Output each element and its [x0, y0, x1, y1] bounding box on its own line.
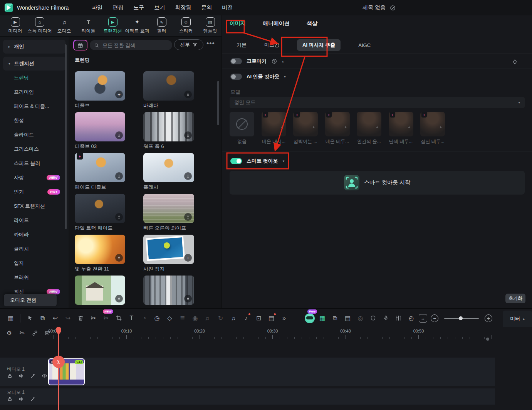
- ai-copilot-icon[interactable]: Free: [304, 313, 315, 323]
- transition-item[interactable]: 워프 줌 6: [143, 112, 194, 148]
- audio-ducking-icon[interactable]: ♬: [203, 313, 213, 323]
- crop-icon[interactable]: [114, 313, 124, 323]
- sidebar-group-personal[interactable]: ▸개인: [3, 40, 65, 54]
- reset-button[interactable]: 초기화: [505, 294, 525, 303]
- menu-보기[interactable]: 보기: [154, 4, 165, 11]
- add-icon[interactable]: +: [184, 254, 192, 262]
- ai-smart-edit-icon[interactable]: ▤: [266, 313, 277, 323]
- preset-점선 테두...[interactable]: ♦점선 테두...: [420, 112, 445, 145]
- store-button[interactable]: [73, 40, 87, 50]
- media-tab-effects[interactable]: ✦이펙트 효과: [126, 17, 149, 34]
- download-icon[interactable]: [115, 295, 123, 302]
- media-tab-filters[interactable]: ∿필터: [150, 17, 173, 34]
- transition-item[interactable]: ♦페이드 디졸브: [75, 153, 125, 189]
- sidebar-item-사랑[interactable]: 사랑NEW: [0, 170, 69, 185]
- chroma-key-toggle[interactable]: [230, 58, 242, 64]
- subtab-AI 피사체 추출[interactable]: AI 피사체 추출: [297, 39, 341, 51]
- sidebar-item-카메라[interactable]: 카메라: [0, 227, 69, 242]
- sidebar-item-브러쉬[interactable]: 브러쉬: [0, 270, 69, 284]
- media-tab-audio[interactable]: ♫오디오: [53, 17, 76, 34]
- download-icon[interactable]: [115, 213, 123, 221]
- motion-tracking-icon[interactable]: ⊡: [253, 313, 264, 323]
- select-tool-icon[interactable]: [25, 313, 35, 323]
- sidebar-scrollbar[interactable]: [65, 44, 67, 229]
- add-icon[interactable]: +: [115, 91, 123, 98]
- preset-thumbnail[interactable]: ♦: [389, 112, 413, 136]
- transition-item[interactable]: 디졸브 03: [75, 112, 125, 148]
- denoise-icon[interactable]: ◉: [190, 313, 200, 323]
- mixer-icon[interactable]: [393, 313, 404, 323]
- sidebar-item-한정[interactable]: 한정: [0, 113, 69, 128]
- preset-없음[interactable]: 없음: [230, 112, 254, 145]
- transition-item[interactable]: [75, 276, 125, 308]
- media-tab-stickers[interactable]: ☺스티커: [175, 17, 197, 34]
- subtab-기본[interactable]: 기본: [237, 42, 247, 49]
- subtab-마스킹[interactable]: 마스킹: [264, 42, 279, 49]
- transition-item[interactable]: 빠른 오른쪽 와이프: [143, 194, 194, 230]
- sidebar-item-슬라이드[interactable]: 슬라이드: [0, 128, 69, 142]
- more-tools-icon[interactable]: »: [279, 313, 289, 323]
- delete-icon[interactable]: [76, 313, 86, 323]
- split-icon[interactable]: ✂: [88, 313, 99, 323]
- grid-scrollbar[interactable]: [217, 81, 219, 125]
- timer-icon[interactable]: ◷: [152, 313, 162, 323]
- sidebar-item-라이트[interactable]: 라이트: [0, 213, 69, 227]
- preset-단색 테두...[interactable]: ♦단색 테두...: [389, 112, 413, 145]
- speed-ramp-icon[interactable]: ◴: [406, 313, 416, 323]
- beat-detect-icon[interactable]: ♫: [228, 313, 238, 323]
- sidebar-item-트렌딩[interactable]: 트렌딩: [0, 71, 69, 85]
- preset-thumbnail[interactable]: [357, 112, 381, 136]
- transition-item[interactable]: 단일 트랙 페이드: [75, 194, 125, 230]
- transition-thumbnail[interactable]: [75, 194, 125, 223]
- text-tool-icon[interactable]: T: [126, 313, 137, 323]
- keyframe-diamond-icon[interactable]: [512, 59, 518, 65]
- menu-도구[interactable]: 도구: [133, 4, 144, 11]
- menu-편집[interactable]: 편집: [112, 4, 123, 11]
- sidebar-item-페이드 & 디졸...[interactable]: 페이드 & 디졸...: [0, 99, 69, 113]
- split-clip-button[interactable]: ✂: [52, 356, 65, 368]
- sidebar-item-인기[interactable]: 인기HOT: [0, 185, 69, 199]
- zoom-slider[interactable]: [444, 318, 479, 319]
- transition-item[interactable]: 바래다: [143, 71, 194, 108]
- ai-audio-icon[interactable]: ♪: [241, 313, 251, 323]
- sidebar-item-입자[interactable]: 입자: [0, 256, 69, 270]
- preset-thumbnail[interactable]: ♦: [293, 112, 318, 136]
- smart-cutout-start-panel[interactable]: 스마트 컷아웃 시작: [230, 171, 525, 195]
- ai-assistant-icon[interactable]: ▦: [317, 313, 327, 323]
- transition-thumbnail[interactable]: [75, 112, 125, 141]
- transition-thumbnail[interactable]: [75, 235, 125, 264]
- preset-thumbnail[interactable]: ♦: [325, 112, 350, 136]
- transition-thumbnail[interactable]: [75, 276, 125, 305]
- media-tab-stock-media[interactable]: ⌂스톡 미디어: [28, 17, 51, 34]
- audio-track-lane[interactable]: [0, 388, 495, 405]
- preset-인간의 윤...[interactable]: 인간의 윤...: [357, 112, 381, 145]
- export-clip-icon[interactable]: ⧉: [330, 313, 340, 323]
- workspace-icon[interactable]: ▦: [5, 313, 16, 323]
- panel-tab-color[interactable]: 색상: [307, 20, 317, 27]
- download-icon[interactable]: [184, 295, 192, 302]
- track-enhance-icon[interactable]: [30, 396, 36, 402]
- sidebar-group-transition[interactable]: ▾트랜지션: [3, 57, 65, 71]
- transition-thumbnail[interactable]: +: [75, 71, 125, 101]
- preset-thumbnail[interactable]: ♦: [420, 112, 445, 136]
- preset-thumbnail[interactable]: ♦: [262, 112, 286, 136]
- transition-thumbnail[interactable]: [143, 71, 194, 101]
- transition-thumbnail[interactable]: [143, 153, 194, 182]
- duplicate-icon[interactable]: ⧉: [37, 313, 48, 323]
- subtab-AIGC[interactable]: AIGC: [358, 42, 371, 48]
- render-preview-icon[interactable]: ◎: [355, 313, 366, 323]
- auto-ripple-icon[interactable]: ✄: [18, 329, 26, 337]
- playhead-line[interactable]: [58, 327, 59, 410]
- timeline-settings-icon[interactable]: ⚙: [5, 329, 13, 337]
- expand-icon[interactable]: ▾: [284, 75, 286, 79]
- track-visibility-icon[interactable]: [42, 373, 47, 379]
- model-select[interactable]: 정밀 모드 ▾: [230, 97, 525, 108]
- meter-toggle-button[interactable]: 미터 ▴: [503, 311, 532, 327]
- fit-timeline-icon[interactable]: ↔: [419, 314, 427, 323]
- track-mute-icon[interactable]: [18, 396, 24, 402]
- playhead-handle[interactable]: [55, 326, 62, 336]
- collapse-icon[interactable]: ▴: [282, 59, 284, 63]
- transition-thumbnail[interactable]: ♦: [75, 153, 125, 182]
- sidebar-item-글리치[interactable]: 글리치: [0, 242, 69, 256]
- zoom-out-icon[interactable]: −: [431, 314, 438, 322]
